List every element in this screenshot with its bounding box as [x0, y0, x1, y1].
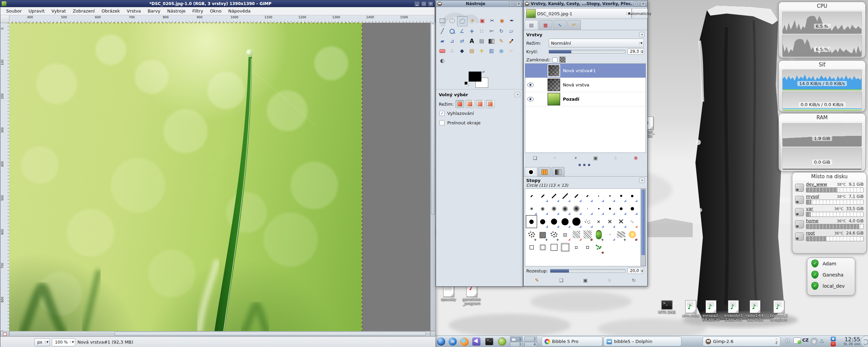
- brush-item[interactable]: [582, 189, 593, 202]
- layer-thumbnail[interactable]: [548, 64, 560, 77]
- brush-item[interactable]: [571, 228, 582, 241]
- brush-item[interactable]: [627, 202, 638, 215]
- brush-item[interactable]: [582, 215, 593, 228]
- brush-item[interactable]: [526, 202, 537, 215]
- tool-align-icon[interactable]: ∷: [477, 26, 487, 36]
- foreground-color-swatch[interactable]: [469, 72, 481, 82]
- menu-item[interactable]: Okno: [207, 8, 224, 14]
- launcher-firefox-icon[interactable]: [459, 337, 469, 346]
- opacity-spinbox[interactable]: 29,3 ▲▼: [628, 48, 644, 55]
- tool-select-by-color-icon[interactable]: ▣: [477, 16, 487, 26]
- layer-mode-select[interactable]: Normální▼: [549, 39, 644, 47]
- tool-dodge-burn-icon[interactable]: ◐: [437, 56, 447, 66]
- layer-name[interactable]: Nová vrstva#1: [563, 68, 596, 73]
- desktop-icon-mtr-dns[interactable]: >_MTR DNS: [656, 300, 678, 314]
- quick-mask-toggle[interactable]: [0, 331, 9, 336]
- unit-select[interactable]: px▼: [34, 338, 50, 346]
- new-brush-button[interactable]: ❏: [557, 277, 565, 284]
- menu-item[interactable]: Barvy: [144, 8, 163, 14]
- brush-item[interactable]: ▩+: [537, 228, 548, 241]
- launcher-system-tool-icon[interactable]: [497, 337, 507, 346]
- brush-item[interactable]: [548, 189, 559, 202]
- tool-zoom-icon[interactable]: [447, 26, 457, 36]
- checkbox-antialiasing[interactable]: ✓: [439, 111, 445, 116]
- default-colors-icon[interactable]: [465, 82, 468, 85]
- brush-item[interactable]: [593, 189, 604, 202]
- auto-button[interactable]: Automaticky: [632, 8, 648, 19]
- brush-item[interactable]: +: [526, 228, 537, 241]
- to olbox-titlebar[interactable]: Nástroje □ ✕: [436, 0, 523, 7]
- layer-thumbnail[interactable]: [548, 79, 560, 91]
- menu-item[interactable]: Nástroje: [164, 8, 189, 14]
- brush-item[interactable]: [548, 202, 559, 215]
- tool-clone-icon[interactable]: ▤: [467, 46, 477, 56]
- brush-item[interactable]: [537, 215, 548, 228]
- tool-scissors-select-icon[interactable]: ✂: [487, 16, 497, 26]
- tool-perspective-clone-icon[interactable]: ▥: [487, 46, 496, 56]
- launcher-konsole-icon[interactable]: >_: [485, 337, 494, 346]
- layer-name[interactable]: Pozadí: [563, 97, 579, 102]
- brush-item[interactable]: [571, 189, 582, 202]
- layers-titlebar[interactable]: Vrstvy, Kanály, Cesty, ...Stopy, Vzorky,…: [524, 0, 647, 7]
- lock-checkbox[interactable]: [552, 57, 557, 62]
- brush-item[interactable]: [548, 241, 559, 254]
- tab-gradients[interactable]: [552, 167, 565, 177]
- tool-blur-sharpen-icon[interactable]: ●: [496, 46, 506, 56]
- brush-item[interactable]: [627, 241, 638, 254]
- gimp-titlebar[interactable]: *DSC_0205.jpg-1.0 (RGB, 3 vrstvy) 1390x1…: [0, 0, 435, 7]
- new-layer-button[interactable]: ❏: [531, 154, 539, 162]
- tool-measure-icon[interactable]: ∠: [457, 26, 467, 36]
- launcher-kickoff-menu-icon[interactable]: [436, 337, 446, 346]
- edit-brush-button[interactable]: ✎: [533, 277, 541, 284]
- minimize-button[interactable]: ▁: [414, 1, 420, 6]
- brush-item[interactable]: [615, 189, 627, 202]
- horizontal-scrollbar[interactable]: [9, 331, 430, 336]
- tool-paths-icon[interactable]: ✒: [507, 16, 517, 26]
- opacity-slider[interactable]: [549, 50, 626, 54]
- tool-smudge-icon[interactable]: ☞: [506, 46, 516, 56]
- close-button[interactable]: ✕: [640, 1, 646, 6]
- brush-item[interactable]: [604, 241, 615, 254]
- panel-splitter[interactable]: ●●●: [524, 163, 647, 166]
- color-area[interactable]: ⇄: [469, 72, 489, 88]
- desktop-icon-krokodyl3[interactable]: ♪krokodyl3 2.aac.m3: [723, 300, 744, 322]
- task-button[interactable]: bibble5 – Dolphin: [604, 336, 682, 346]
- brush-item[interactable]: [526, 241, 537, 254]
- selection-mode-replace-button[interactable]: [455, 100, 464, 108]
- lock-screen-icon[interactable]: ●: [831, 336, 836, 341]
- desktop-icon-geneticke[interactable]: ✔geneticke _program: [461, 284, 482, 306]
- brush-item[interactable]: [537, 241, 548, 254]
- lower-layer-button[interactable]: «: [572, 154, 579, 162]
- tab-undo-history[interactable]: ↶: [567, 20, 581, 30]
- server-status-widget[interactable]: ✓Adam✓Ganesha✓local_dev: [807, 258, 855, 295]
- anchor-layer-button[interactable]: ⚓: [612, 154, 620, 162]
- task-button[interactable]: Gimp-2.6ˆ2: [703, 336, 781, 346]
- brush-item[interactable]: [593, 202, 604, 215]
- tool-move-icon[interactable]: +: [467, 26, 477, 36]
- layer-thumbnail[interactable]: [548, 93, 560, 105]
- selection-mode-add-button[interactable]: [466, 100, 474, 108]
- brush-item[interactable]: [526, 215, 537, 228]
- tray-expander-icon[interactable]: △: [820, 338, 824, 344]
- desktop-icon-radio1-64-[interactable]: ♪radio1-64. aac.m3u: [744, 300, 766, 322]
- tool-shear-icon[interactable]: ▰: [437, 36, 447, 46]
- collapse-icon[interactable]: ◂: [639, 178, 645, 183]
- layer-name[interactable]: Nová vrstva: [563, 82, 589, 87]
- swap-colors-icon[interactable]: ⇄: [482, 70, 485, 74]
- panel-cashew[interactable]: [861, 336, 868, 347]
- refresh-brushes-button[interactable]: ↻: [630, 277, 638, 284]
- image-selector[interactable]: DSC_0205.jpg-1 ▼: [525, 8, 632, 19]
- close-button[interactable]: ✕: [428, 1, 433, 6]
- brush-item[interactable]: ∿: [627, 215, 638, 228]
- brush-item[interactable]: [526, 189, 537, 202]
- brush-item[interactable]: [615, 202, 627, 215]
- tool-gradient-icon[interactable]: [487, 36, 496, 46]
- brush-item[interactable]: +: [627, 228, 638, 241]
- brush-item[interactable]: [604, 189, 615, 202]
- tool-fuzzy-select-icon[interactable]: ✶: [468, 16, 477, 26]
- tool-heal-icon[interactable]: +: [477, 46, 487, 56]
- desktop-icon-xfm-m3u[interactable]: ♪xfm.m3u: [680, 300, 702, 318]
- virtual-desktop-2[interactable]: 2: [525, 336, 537, 342]
- layer-row[interactable]: Nová vrstva#1: [525, 64, 646, 78]
- tool-perspective-icon[interactable]: ⊿: [447, 36, 457, 46]
